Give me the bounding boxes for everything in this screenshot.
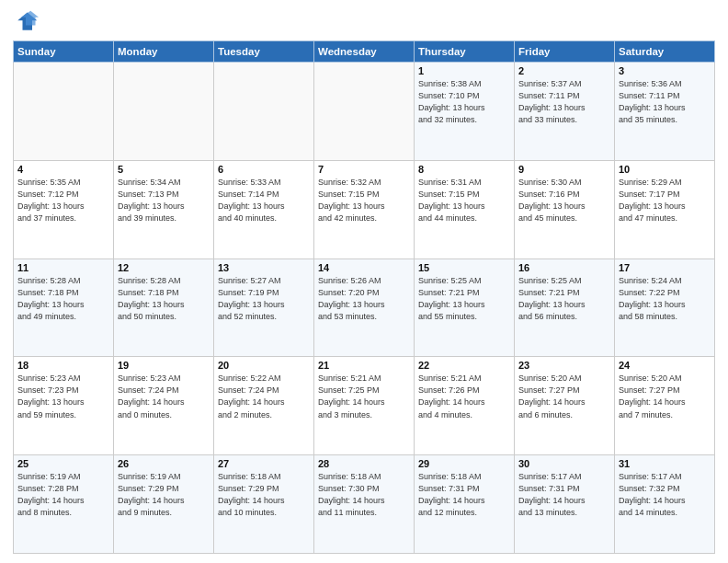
day-number: 25 — [17, 458, 109, 469]
calendar-cell: 16Sunrise: 5:25 AM Sunset: 7:21 PM Dayli… — [515, 259, 615, 357]
calendar-cell: 30Sunrise: 5:17 AM Sunset: 7:31 PM Dayli… — [515, 455, 615, 554]
day-number: 23 — [518, 360, 610, 371]
day-info: Sunrise: 5:38 AM Sunset: 7:10 PM Dayligh… — [418, 78, 510, 126]
calendar-week-3: 11Sunrise: 5:28 AM Sunset: 7:18 PM Dayli… — [14, 259, 715, 357]
day-info: Sunrise: 5:32 AM Sunset: 7:15 PM Dayligh… — [318, 177, 410, 224]
day-info: Sunrise: 5:30 AM Sunset: 7:16 PM Dayligh… — [518, 177, 610, 224]
day-info: Sunrise: 5:18 AM Sunset: 7:30 PM Dayligh… — [318, 471, 410, 519]
calendar-cell: 10Sunrise: 5:29 AM Sunset: 7:17 PM Dayli… — [615, 160, 715, 259]
day-number: 8 — [418, 164, 510, 175]
day-info: Sunrise: 5:20 AM Sunset: 7:27 PM Dayligh… — [518, 373, 610, 420]
calendar-cell: 3Sunrise: 5:36 AM Sunset: 7:11 PM Daylig… — [615, 63, 715, 161]
page: SundayMondayTuesdayWednesdayThursdayFrid… — [0, 0, 728, 563]
calendar-cell: 20Sunrise: 5:22 AM Sunset: 7:24 PM Dayli… — [214, 357, 314, 455]
day-number: 9 — [518, 164, 610, 175]
day-number: 2 — [518, 65, 610, 76]
calendar-week-2: 4Sunrise: 5:35 AM Sunset: 7:12 PM Daylig… — [14, 160, 715, 259]
day-info: Sunrise: 5:27 AM Sunset: 7:19 PM Dayligh… — [218, 275, 310, 323]
day-header-thursday: Thursday — [415, 41, 515, 63]
day-number: 12 — [118, 262, 210, 273]
day-number: 28 — [318, 458, 410, 469]
day-info: Sunrise: 5:36 AM Sunset: 7:11 PM Dayligh… — [619, 78, 711, 126]
calendar-cell: 13Sunrise: 5:27 AM Sunset: 7:19 PM Dayli… — [214, 259, 314, 357]
day-number: 3 — [619, 65, 711, 76]
day-info: Sunrise: 5:25 AM Sunset: 7:21 PM Dayligh… — [518, 275, 610, 323]
calendar-cell: 26Sunrise: 5:19 AM Sunset: 7:29 PM Dayli… — [114, 455, 214, 554]
calendar-cell — [14, 63, 114, 161]
day-header-sunday: Sunday — [14, 41, 114, 63]
logo — [13, 9, 42, 35]
day-header-monday: Monday — [114, 41, 214, 63]
day-info: Sunrise: 5:28 AM Sunset: 7:18 PM Dayligh… — [17, 275, 109, 323]
day-number: 20 — [218, 360, 310, 371]
day-info: Sunrise: 5:23 AM Sunset: 7:23 PM Dayligh… — [17, 373, 109, 420]
day-number: 11 — [17, 262, 109, 273]
day-number: 26 — [118, 458, 210, 469]
day-number: 17 — [619, 262, 711, 273]
day-number: 10 — [619, 164, 711, 175]
calendar: SundayMondayTuesdayWednesdayThursdayFrid… — [13, 40, 715, 554]
calendar-cell: 23Sunrise: 5:20 AM Sunset: 7:27 PM Dayli… — [515, 357, 615, 455]
day-number: 19 — [118, 360, 210, 371]
day-info: Sunrise: 5:23 AM Sunset: 7:24 PM Dayligh… — [118, 373, 210, 420]
day-number: 7 — [318, 164, 410, 175]
calendar-cell: 5Sunrise: 5:34 AM Sunset: 7:13 PM Daylig… — [114, 160, 214, 259]
day-info: Sunrise: 5:18 AM Sunset: 7:29 PM Dayligh… — [218, 471, 310, 519]
day-number: 4 — [17, 164, 109, 175]
day-info: Sunrise: 5:33 AM Sunset: 7:14 PM Dayligh… — [218, 177, 310, 224]
calendar-cell: 2Sunrise: 5:37 AM Sunset: 7:11 PM Daylig… — [515, 63, 615, 161]
day-info: Sunrise: 5:37 AM Sunset: 7:11 PM Dayligh… — [518, 78, 610, 126]
calendar-header: SundayMondayTuesdayWednesdayThursdayFrid… — [14, 41, 715, 63]
calendar-cell — [214, 63, 314, 161]
day-number: 22 — [418, 360, 510, 371]
day-info: Sunrise: 5:28 AM Sunset: 7:18 PM Dayligh… — [118, 275, 210, 323]
day-number: 30 — [518, 458, 610, 469]
day-info: Sunrise: 5:18 AM Sunset: 7:31 PM Dayligh… — [418, 471, 510, 519]
day-info: Sunrise: 5:25 AM Sunset: 7:21 PM Dayligh… — [418, 275, 510, 323]
calendar-cell: 9Sunrise: 5:30 AM Sunset: 7:16 PM Daylig… — [515, 160, 615, 259]
day-number: 31 — [619, 458, 711, 469]
day-info: Sunrise: 5:34 AM Sunset: 7:13 PM Dayligh… — [118, 177, 210, 224]
calendar-cell: 22Sunrise: 5:21 AM Sunset: 7:26 PM Dayli… — [415, 357, 515, 455]
day-number: 13 — [218, 262, 310, 273]
day-number: 29 — [418, 458, 510, 469]
day-info: Sunrise: 5:24 AM Sunset: 7:22 PM Dayligh… — [619, 275, 711, 323]
day-info: Sunrise: 5:20 AM Sunset: 7:27 PM Dayligh… — [619, 373, 711, 420]
calendar-cell: 12Sunrise: 5:28 AM Sunset: 7:18 PM Dayli… — [114, 259, 214, 357]
calendar-cell: 19Sunrise: 5:23 AM Sunset: 7:24 PM Dayli… — [114, 357, 214, 455]
day-number: 1 — [418, 65, 510, 76]
calendar-cell: 15Sunrise: 5:25 AM Sunset: 7:21 PM Dayli… — [415, 259, 515, 357]
calendar-cell: 8Sunrise: 5:31 AM Sunset: 7:15 PM Daylig… — [415, 160, 515, 259]
day-header-wednesday: Wednesday — [314, 41, 415, 63]
day-info: Sunrise: 5:26 AM Sunset: 7:20 PM Dayligh… — [318, 275, 410, 323]
day-number: 27 — [218, 458, 310, 469]
calendar-cell — [114, 63, 214, 161]
calendar-week-5: 25Sunrise: 5:19 AM Sunset: 7:28 PM Dayli… — [14, 455, 715, 554]
day-info: Sunrise: 5:21 AM Sunset: 7:25 PM Dayligh… — [318, 373, 410, 420]
day-number: 21 — [318, 360, 410, 371]
day-header-friday: Friday — [515, 41, 615, 63]
day-number: 15 — [418, 262, 510, 273]
calendar-cell: 29Sunrise: 5:18 AM Sunset: 7:31 PM Dayli… — [415, 455, 515, 554]
day-info: Sunrise: 5:22 AM Sunset: 7:24 PM Dayligh… — [218, 373, 310, 420]
calendar-cell: 25Sunrise: 5:19 AM Sunset: 7:28 PM Dayli… — [14, 455, 114, 554]
day-info: Sunrise: 5:35 AM Sunset: 7:12 PM Dayligh… — [17, 177, 109, 224]
calendar-week-1: 1Sunrise: 5:38 AM Sunset: 7:10 PM Daylig… — [14, 63, 715, 161]
calendar-cell: 31Sunrise: 5:17 AM Sunset: 7:32 PM Dayli… — [615, 455, 715, 554]
logo-icon — [13, 9, 39, 35]
calendar-cell: 6Sunrise: 5:33 AM Sunset: 7:14 PM Daylig… — [214, 160, 314, 259]
calendar-cell: 18Sunrise: 5:23 AM Sunset: 7:23 PM Dayli… — [14, 357, 114, 455]
day-info: Sunrise: 5:29 AM Sunset: 7:17 PM Dayligh… — [619, 177, 711, 224]
days-header-row: SundayMondayTuesdayWednesdayThursdayFrid… — [14, 41, 715, 63]
calendar-week-4: 18Sunrise: 5:23 AM Sunset: 7:23 PM Dayli… — [14, 357, 715, 455]
calendar-cell: 24Sunrise: 5:20 AM Sunset: 7:27 PM Dayli… — [615, 357, 715, 455]
day-number: 18 — [17, 360, 109, 371]
day-number: 16 — [518, 262, 610, 273]
calendar-cell: 4Sunrise: 5:35 AM Sunset: 7:12 PM Daylig… — [14, 160, 114, 259]
day-number: 14 — [318, 262, 410, 273]
day-info: Sunrise: 5:19 AM Sunset: 7:28 PM Dayligh… — [17, 471, 109, 519]
calendar-cell: 7Sunrise: 5:32 AM Sunset: 7:15 PM Daylig… — [314, 160, 415, 259]
day-number: 24 — [619, 360, 711, 371]
calendar-cell: 11Sunrise: 5:28 AM Sunset: 7:18 PM Dayli… — [14, 259, 114, 357]
day-number: 6 — [218, 164, 310, 175]
